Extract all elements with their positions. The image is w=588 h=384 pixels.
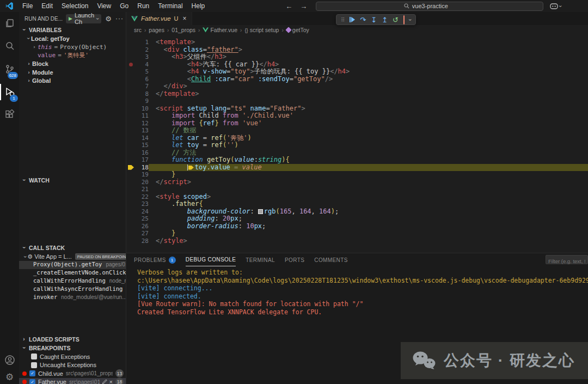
- gutter-marker[interactable]: [126, 76, 136, 83]
- nav-forward-icon[interactable]: →: [300, 2, 307, 10]
- code-editor[interactable]: 1<template>2 <div class="father">3 <h3>父…: [126, 35, 588, 253]
- menu-file[interactable]: File: [18, 2, 37, 10]
- variable-row[interactable]: value='奥特曼': [19, 51, 126, 60]
- close-icon[interactable]: ×: [109, 379, 113, 384]
- breakpoint-row[interactable]: ✓Father.vuesrc\pages\01_...×18: [19, 378, 126, 384]
- copilot-menu[interactable]: ›: [550, 3, 561, 9]
- loaded-scripts-header[interactable]: › LOADED SCRIPTS: [19, 334, 126, 343]
- edit-pencil-icon[interactable]: [102, 379, 107, 384]
- extensions-icon[interactable]: [0, 103, 19, 126]
- panel-tab-ports[interactable]: PORTS: [285, 253, 304, 266]
- gutter-marker[interactable]: [126, 97, 136, 105]
- continue-button[interactable]: [350, 17, 355, 22]
- menu-run[interactable]: Run: [133, 2, 154, 10]
- call-stack-header[interactable]: › CALL STACK: [19, 243, 126, 252]
- step-over-button[interactable]: ↷: [360, 16, 366, 23]
- gutter-marker[interactable]: [126, 208, 136, 216]
- stack-frame[interactable]: _createElementVNode.onClick._cache...: [19, 269, 126, 277]
- breadcrumb-item-01_props[interactable]: 01_props: [171, 27, 195, 33]
- more-actions-button[interactable]: ···: [115, 15, 124, 22]
- search-sidebar-icon[interactable]: [0, 35, 19, 58]
- restart-button[interactable]: ↺: [393, 16, 399, 23]
- gutter-marker[interactable]: [126, 142, 136, 149]
- gutter-marker[interactable]: [126, 39, 136, 46]
- gutter-marker[interactable]: [126, 215, 136, 223]
- debug-session-row[interactable]: › ⚙ Vite App = L... PAUSED ON BREAKPOINT: [19, 252, 126, 261]
- gutter-marker[interactable]: [126, 90, 136, 98]
- debug-console-output[interactable]: Verbose logs are written to:c:\Users\has…: [126, 266, 588, 316]
- gutter-marker[interactable]: [126, 164, 136, 172]
- step-out-button[interactable]: ↥: [382, 16, 388, 23]
- checkbox-checked[interactable]: ✓: [29, 379, 35, 384]
- panel-tab-problems[interactable]: PROBLEMS1: [134, 253, 176, 266]
- stop-chevron-icon[interactable]: ›: [407, 19, 413, 20]
- gutter-marker[interactable]: [126, 53, 136, 61]
- menu-go[interactable]: Go: [115, 2, 133, 10]
- explorer-icon[interactable]: [0, 12, 19, 35]
- menu-edit[interactable]: Edit: [37, 2, 57, 10]
- gutter-marker[interactable]: [126, 200, 136, 208]
- gutter-marker[interactable]: [126, 112, 136, 120]
- debug-settings-gear-icon[interactable]: ⚙: [105, 15, 112, 23]
- source-control-icon[interactable]: 628: [0, 58, 19, 81]
- filter-input[interactable]: [546, 257, 587, 265]
- breadcrumb-item-pages[interactable]: pages: [149, 27, 164, 33]
- run-debug-icon[interactable]: 1: [0, 81, 19, 103]
- variables-header[interactable]: › VARIABLES: [19, 25, 126, 34]
- panel-tab-terminal[interactable]: TERMINAL: [246, 253, 275, 266]
- breadcrumb-item-src[interactable]: src: [134, 27, 142, 33]
- exception-row[interactable]: Uncaught Exceptions: [19, 361, 126, 370]
- menu-help[interactable]: Help: [187, 2, 210, 10]
- menu-selection[interactable]: Selection: [57, 2, 93, 10]
- command-center-search[interactable]: [316, 2, 543, 11]
- gutter-marker[interactable]: [126, 223, 136, 230]
- watch-header[interactable]: › WATCH: [19, 175, 126, 185]
- account-icon[interactable]: [0, 350, 19, 370]
- gutter-marker[interactable]: [126, 83, 136, 90]
- menu-view[interactable]: View: [93, 2, 115, 10]
- gutter-marker[interactable]: [126, 230, 136, 237]
- tab-close-icon[interactable]: ×: [183, 15, 187, 22]
- scope-global[interactable]: ›Global: [19, 77, 126, 86]
- gutter-marker[interactable]: [126, 61, 136, 69]
- gutter-marker[interactable]: [126, 237, 136, 245]
- stack-frame[interactable]: Proxy(Object).getToypages/01...: [19, 261, 126, 269]
- gutter-marker[interactable]: [126, 193, 136, 201]
- scope-module[interactable]: ›Module: [19, 68, 126, 77]
- gutter-marker[interactable]: [126, 156, 136, 164]
- stack-frame[interactable]: callWithAsyncErrorHandlingn...: [19, 285, 126, 294]
- panel-tab-comments[interactable]: COMMENTS: [314, 253, 348, 266]
- breakpoints-header[interactable]: › BREAKPOINTS: [19, 343, 126, 352]
- drag-grip-icon[interactable]: ⠿: [341, 17, 345, 23]
- checkbox-checked[interactable]: ✓: [29, 370, 35, 376]
- exception-row[interactable]: Caught Exceptions: [19, 352, 126, 361]
- gutter-marker[interactable]: [126, 68, 136, 76]
- search-input[interactable]: [412, 3, 456, 9]
- gutter-marker[interactable]: [126, 186, 136, 193]
- launch-config-button[interactable]: ▶ Launch Ch ›: [66, 14, 101, 23]
- scope-local[interactable]: › Local: getToy: [19, 34, 126, 43]
- panel-tab-debug-console[interactable]: DEBUG CONSOLE: [186, 253, 236, 266]
- nav-back-icon[interactable]: ←: [285, 2, 292, 10]
- breadcrumb-item-father-vue[interactable]: Father.vue: [203, 27, 237, 33]
- checkbox-unchecked[interactable]: [31, 353, 37, 359]
- stop-button[interactable]: [403, 16, 405, 23]
- menu-terminal[interactable]: Terminal: [154, 2, 187, 10]
- gutter-marker[interactable]: [126, 179, 136, 186]
- scope-block[interactable]: ›Block: [19, 60, 126, 69]
- step-into-button[interactable]: ↧: [371, 16, 377, 23]
- stack-frame[interactable]: callWithErrorHandlingnode_m...: [19, 277, 126, 285]
- gutter-marker[interactable]: [126, 46, 136, 54]
- gutter-marker[interactable]: [126, 149, 136, 157]
- variable-row[interactable]: ›this=Proxy(Object): [19, 43, 126, 52]
- breadcrumb-item-script-setup[interactable]: {}script setup: [244, 27, 279, 33]
- checkbox-unchecked[interactable]: [31, 362, 37, 368]
- gutter-marker[interactable]: [126, 171, 136, 179]
- gutter-marker[interactable]: [126, 135, 136, 142]
- console-filter[interactable]: [546, 255, 588, 264]
- gutter-marker[interactable]: [126, 105, 136, 113]
- tab-father-vue[interactable]: Father.vue U ×: [126, 12, 192, 25]
- breadcrumb-item-gettoy[interactable]: getToy: [286, 27, 309, 33]
- breakpoint-row[interactable]: ✓Child.vuesrc\pages\01_props13: [19, 369, 126, 378]
- gutter-marker[interactable]: [126, 120, 136, 127]
